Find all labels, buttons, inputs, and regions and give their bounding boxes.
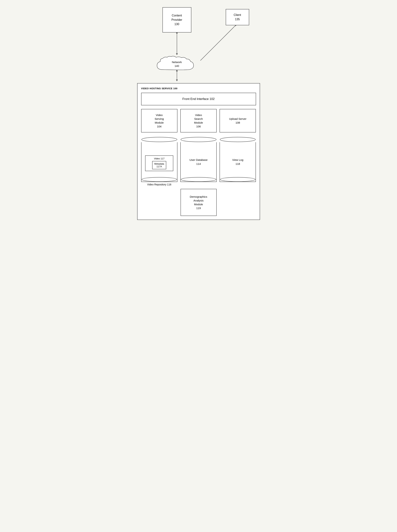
- top-section: Content Provider 130 Client 135 Network …: [128, 7, 269, 83]
- down-arrow-network: [176, 72, 178, 80]
- content-provider-box: Content Provider 130: [162, 7, 191, 32]
- upload-server-box: Upload Server 108: [220, 109, 256, 132]
- demographics-row: Demographics Analysis Module 119: [141, 189, 256, 216]
- svg-point-12: [220, 137, 255, 142]
- diagram-container: Content Provider 130 Client 135 Network …: [128, 7, 269, 220]
- user-db-body: User Database 114: [180, 142, 217, 182]
- view-log-top-ellipse: [220, 137, 256, 142]
- view-log-cylinder: View Log 118: [220, 137, 256, 182]
- content-provider-id: 130: [174, 22, 179, 26]
- cylinder-body: Video 117 Metadata 117A: [141, 142, 177, 182]
- demographics-box: Demographics Analysis Module 119: [180, 189, 217, 216]
- modules-row: Video Serving Module 104 Video Search Mo…: [141, 109, 256, 132]
- video-117-box: Video 117 Metadata 117A: [145, 155, 173, 171]
- video-repository-cylinder: Video 117 Metadata 117A: [141, 137, 177, 182]
- metadata-label: Metadata: [154, 162, 164, 165]
- user-database-cylinder: User Database 114: [180, 137, 217, 182]
- demographics-label: Demographics Analysis Module 119: [190, 195, 207, 210]
- user-db-label: User Database 114: [189, 158, 207, 166]
- svg-point-11: [181, 177, 216, 182]
- cylinder-bottom-ellipse: [142, 177, 177, 182]
- svg-marker-6: [176, 80, 178, 81]
- view-log-body: View Log 118: [220, 142, 256, 182]
- client-id: 135: [235, 17, 240, 21]
- view-log-container: View Log 118: [220, 137, 256, 186]
- svg-point-13: [220, 177, 255, 182]
- video-repository-container: Video 117 Metadata 117A Video Repository…: [141, 137, 177, 186]
- video-search-label: Video Search Module 106: [194, 113, 203, 128]
- metadata-id: 117A: [154, 165, 164, 168]
- front-end-label: Front End Interface 102: [182, 97, 215, 101]
- video-serving-label: Video Serving Module 104: [155, 113, 164, 128]
- view-log-label: View Log 118: [232, 158, 243, 166]
- client-label: Client: [234, 13, 241, 17]
- network-label: Network 140: [172, 60, 182, 68]
- svg-line-3: [200, 25, 236, 61]
- svg-point-9: [142, 177, 177, 182]
- video-serving-module-box: Video Serving Module 104: [141, 109, 177, 132]
- content-provider-label: Content Provider: [172, 13, 182, 22]
- databases-row: Video 117 Metadata 117A Video Repository…: [141, 137, 256, 186]
- cylinder-top-ellipse: [141, 137, 177, 142]
- view-log-bottom-ellipse: [220, 177, 255, 182]
- video-117-label: Video 117: [147, 157, 172, 160]
- user-db-bottom-ellipse: [181, 177, 216, 182]
- svg-marker-1: [176, 53, 178, 55]
- video-search-module-box: Video Search Module 106: [180, 109, 217, 132]
- service-title: VIDEO HOSTING SERVICE 100: [141, 87, 256, 90]
- service-container: VIDEO HOSTING SERVICE 100 Front End Inte…: [137, 83, 260, 220]
- video-repository-label: Video Repository 116: [147, 183, 171, 186]
- front-end-interface-box: Front End Interface 102: [141, 93, 256, 105]
- svg-point-8: [142, 137, 177, 142]
- metadata-117a-box: Metadata 117A: [152, 161, 166, 169]
- client-box: Client 135: [226, 9, 249, 25]
- svg-point-10: [181, 137, 216, 142]
- upload-server-label: Upload Server 108: [229, 117, 247, 124]
- network-cloud: Network 140: [153, 55, 200, 72]
- user-db-top-ellipse: [180, 137, 217, 142]
- user-database-container: User Database 114: [180, 137, 217, 186]
